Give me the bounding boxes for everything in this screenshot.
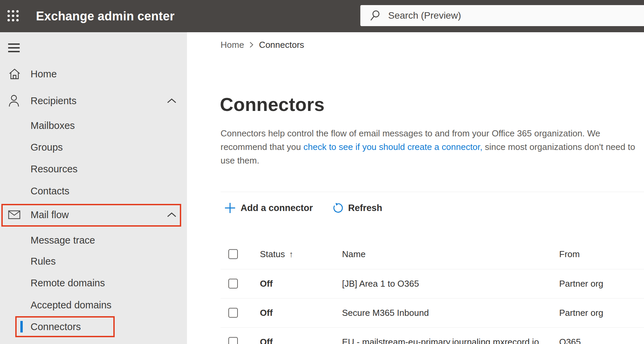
column-header-from[interactable]: From bbox=[559, 249, 580, 260]
sidebar-item-rules[interactable]: Rules bbox=[0, 253, 187, 269]
cell-from: Partner org bbox=[559, 279, 603, 289]
chevron-up-icon[interactable] bbox=[167, 212, 176, 217]
sidebar-item-label: Connectors bbox=[31, 321, 81, 332]
app-launcher-icon[interactable] bbox=[7, 10, 19, 22]
cell-status: Off bbox=[260, 279, 273, 289]
sidebar-item-groups[interactable]: Groups bbox=[0, 139, 187, 155]
row-checkbox[interactable] bbox=[228, 308, 238, 318]
chevron-up-icon[interactable] bbox=[167, 98, 176, 103]
cell-from: Partner org bbox=[559, 308, 603, 318]
sidebar-item-label: Groups bbox=[31, 142, 63, 153]
home-icon bbox=[8, 68, 21, 80]
search-input[interactable] bbox=[381, 5, 644, 26]
sidebar-nav: Home Recipients Mailboxes Groups Reso bbox=[0, 32, 187, 344]
mail-icon bbox=[8, 210, 20, 219]
table-row[interactable]: Off [JB] Area 1 to O365 Partner org bbox=[187, 269, 644, 298]
plus-icon bbox=[224, 202, 236, 214]
person-icon bbox=[8, 94, 20, 107]
toolbar-top-divider bbox=[221, 192, 644, 192]
breadcrumb-home-link[interactable]: Home bbox=[221, 40, 244, 50]
table-row[interactable]: Off EU - mailstream-eu-primary.journalin… bbox=[187, 327, 644, 344]
sidebar-item-remote-domains[interactable]: Remote domains bbox=[0, 275, 187, 291]
main-content: Home Connectors Connectors Connectors he… bbox=[187, 32, 644, 344]
search-icon bbox=[370, 10, 381, 21]
cell-name: [JB] Area 1 to O365 bbox=[342, 279, 419, 289]
topbar: Exchange admin center bbox=[0, 0, 644, 32]
refresh-icon bbox=[333, 203, 343, 213]
cell-from: O365 bbox=[559, 337, 581, 344]
select-all-checkbox[interactable] bbox=[228, 249, 238, 259]
table-row[interactable]: Off Secure M365 Inbound Partner org bbox=[187, 298, 644, 327]
create-connector-check-link[interactable]: check to see if you should create a conn… bbox=[303, 142, 482, 152]
sort-ascending-icon: ↑ bbox=[289, 249, 293, 259]
page-title: Connectors bbox=[220, 94, 325, 115]
sidebar-item-label: Home bbox=[31, 69, 57, 80]
sidebar-item-label: Rules bbox=[31, 256, 56, 267]
sidebar-item-label: Mail flow bbox=[31, 209, 69, 221]
sidebar-item-resources[interactable]: Resources bbox=[0, 161, 187, 177]
cell-status: Off bbox=[260, 337, 273, 344]
sidebar-item-mailboxes[interactable]: Mailboxes bbox=[0, 117, 187, 134]
sidebar-item-label: Recipients bbox=[31, 95, 76, 107]
row-checkbox[interactable] bbox=[228, 279, 238, 289]
sidebar-item-label: Mailboxes bbox=[31, 120, 75, 131]
page-description: Connectors help control the flow of emai… bbox=[221, 127, 639, 167]
add-connector-button[interactable]: Add a connector bbox=[224, 202, 313, 214]
search-box[interactable] bbox=[360, 5, 644, 26]
cell-status: Off bbox=[260, 308, 273, 318]
breadcrumb: Home Connectors bbox=[221, 39, 304, 51]
column-header-name[interactable]: Name bbox=[342, 249, 365, 260]
sidebar-item-connectors[interactable]: Connectors bbox=[0, 319, 187, 335]
hamburger-menu-icon[interactable] bbox=[8, 43, 20, 52]
row-checkbox[interactable] bbox=[228, 337, 238, 344]
exchange-admin-center-window: Exchange admin center Home bbox=[0, 0, 644, 344]
sidebar-item-label: Message trace bbox=[31, 235, 95, 246]
column-header-status[interactable]: Status ↑ bbox=[260, 249, 293, 260]
sidebar-item-message-trace[interactable]: Message trace bbox=[0, 232, 187, 248]
sidebar-item-label: Accepted domains bbox=[31, 300, 112, 311]
table-header-row: Status ↑ Name From bbox=[187, 239, 644, 269]
sidebar-item-home[interactable]: Home bbox=[0, 66, 187, 82]
app-title: Exchange admin center bbox=[36, 0, 174, 32]
cell-name: EU - mailstream-eu-primary.journaling.mx… bbox=[342, 337, 539, 344]
refresh-label: Refresh bbox=[348, 203, 382, 213]
sidebar-item-label: Contacts bbox=[31, 186, 69, 197]
breadcrumb-current: Connectors bbox=[259, 40, 304, 50]
sidebar-item-recipients[interactable]: Recipients bbox=[0, 93, 187, 109]
refresh-button[interactable]: Refresh bbox=[333, 203, 382, 213]
sidebar-item-accepted-domains[interactable]: Accepted domains bbox=[0, 297, 187, 313]
sidebar-item-label: Resources bbox=[31, 164, 78, 175]
sidebar-item-label: Remote domains bbox=[31, 278, 105, 289]
sidebar-item-mail-flow[interactable]: Mail flow bbox=[0, 207, 187, 223]
chevron-right-icon bbox=[249, 41, 253, 48]
sidebar-item-contacts[interactable]: Contacts bbox=[0, 183, 187, 199]
add-connector-label: Add a connector bbox=[241, 203, 313, 213]
toolbar: Add a connector Refresh bbox=[224, 200, 382, 216]
column-header-label: Status bbox=[260, 249, 285, 260]
cell-name: Secure M365 Inbound bbox=[342, 308, 429, 318]
